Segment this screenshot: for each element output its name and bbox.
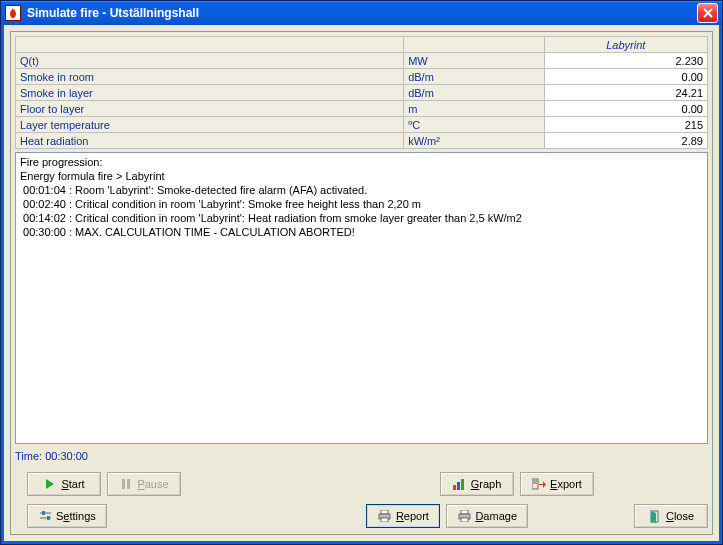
svg-rect-14 [381,518,388,522]
row-value: 0.00 [544,69,707,85]
bar-chart-icon [453,478,467,491]
row-label: Floor to layer [16,101,404,117]
row-unit: MW [404,53,544,69]
app-icon [5,5,21,21]
table-row: Smoke in layer dB/m 24.21 [16,85,708,101]
row-value: 2.89 [544,133,707,149]
table-row: Smoke in room dB/m 0.00 [16,69,708,85]
svg-rect-2 [453,485,456,490]
svg-rect-12 [381,510,388,514]
graph-label-rest: raph [479,478,501,490]
report-label-rest: eport [404,510,429,522]
results-table: Labyrint Q(t) MW 2.230 Smoke in room dB/… [15,36,708,149]
start-label-rest: tart [69,478,85,490]
fire-progression-log[interactable]: Fire progression: Energy formula fire > … [15,152,708,444]
pause-label-rest: ause [145,478,169,490]
graph-button[interactable]: Graph [440,472,514,496]
printer-icon [457,510,471,523]
table-corner [16,37,404,53]
row-value: 215 [544,117,707,133]
table-row: Layer temperature ºC 215 [16,117,708,133]
printer-icon [378,510,392,523]
row-value: 24.21 [544,85,707,101]
svg-rect-15 [461,510,468,514]
close-label-u: C [666,510,674,522]
svg-rect-17 [461,518,468,522]
svg-rect-0 [122,479,125,489]
column-header: Labyrint [544,37,707,53]
table-row: Q(t) MW 2.230 [16,53,708,69]
door-icon [648,510,662,523]
svg-rect-1 [127,479,130,489]
settings-button[interactable]: Settings [27,504,107,528]
export-button[interactable]: Export [520,472,594,496]
close-label-rest: lose [674,510,694,522]
window-close-button[interactable] [697,3,718,23]
time-row: Time: 00:30:00 [15,450,708,462]
settings-icon [38,510,52,523]
svg-rect-4 [461,479,464,490]
client-area: Labyrint Q(t) MW 2.230 Smoke in room dB/… [1,25,722,544]
pause-button[interactable]: Pause [107,472,181,496]
pause-label-u: P [137,478,144,490]
damage-button[interactable]: Damage [446,504,528,528]
report-label-u: R [396,510,404,522]
table-row: Floor to layer m 0.00 [16,101,708,117]
svg-rect-9 [42,511,45,515]
table-row: Heat radiation kW/m² 2.89 [16,133,708,149]
button-area: Start Pause [15,468,708,528]
table-corner-unit [404,37,544,53]
play-icon [43,478,57,491]
export-icon [532,478,546,491]
row-unit: dB/m [404,69,544,85]
export-label-rest: xport [557,478,581,490]
report-button[interactable]: Report [366,504,440,528]
graph-label-u: G [471,478,480,490]
row-unit: dB/m [404,85,544,101]
row-label: Smoke in room [16,69,404,85]
row-label: Q(t) [16,53,404,69]
svg-rect-3 [457,482,460,490]
time-label: Time: [15,450,42,462]
inner-panel: Labyrint Q(t) MW 2.230 Smoke in room dB/… [10,31,713,535]
row-unit: m [404,101,544,117]
simulate-fire-window: Simulate fire - Utställningshall Labyrin… [0,0,723,545]
row-value: 0.00 [544,101,707,117]
close-button[interactable]: Close [634,504,708,528]
settings-label-rest: ttings [69,510,95,522]
row-unit: kW/m² [404,133,544,149]
row-label: Layer temperature [16,117,404,133]
start-label-u: S [61,478,68,490]
pause-icon [119,478,133,491]
row-value: 2.230 [544,53,707,69]
start-button[interactable]: Start [27,472,101,496]
svg-rect-11 [47,516,50,520]
row-label: Smoke in layer [16,85,404,101]
titlebar: Simulate fire - Utställningshall [1,1,722,25]
row-unit: ºC [404,117,544,133]
row-label: Heat radiation [16,133,404,149]
damage-label-rest: amage [483,510,517,522]
time-value: 00:30:00 [45,450,88,462]
window-title: Simulate fire - Utställningshall [27,6,697,20]
